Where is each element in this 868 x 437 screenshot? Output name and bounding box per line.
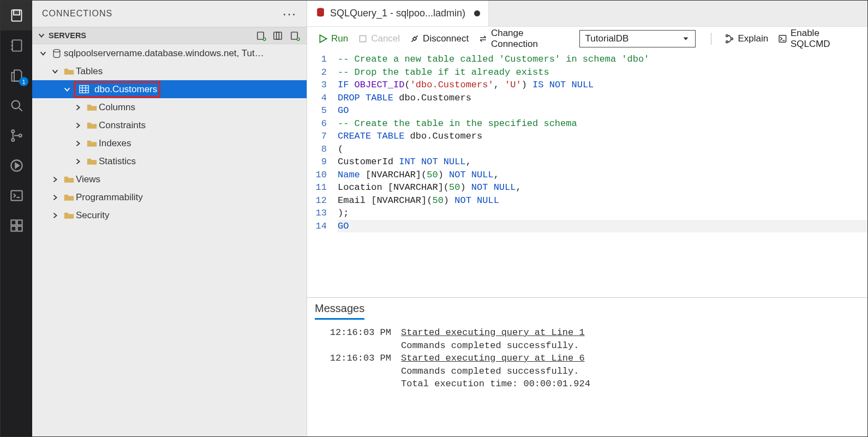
disconnect-label: Disconnect xyxy=(423,33,469,44)
table-customers-label: dbo.Customers xyxy=(94,84,157,95)
highlight-box: dbo.Customers xyxy=(74,81,160,98)
statistics-label: Statistics xyxy=(99,156,136,167)
svg-marker-32 xyxy=(320,35,326,43)
table-icon xyxy=(77,85,91,93)
change-connection-label: Change Connection xyxy=(491,28,567,50)
database-select[interactable]: TutorialDB xyxy=(579,30,696,47)
views-node[interactable]: Views xyxy=(32,170,307,188)
activity-notebook-icon[interactable] xyxy=(1,31,32,61)
change-connection-button[interactable]: Change Connection xyxy=(476,27,569,51)
table-customers-node[interactable]: dbo.Customers xyxy=(32,80,307,98)
folder-icon xyxy=(85,103,99,111)
activity-bar: 1 xyxy=(1,1,32,436)
columns-node[interactable]: Columns xyxy=(32,98,307,116)
activity-search-icon[interactable] xyxy=(1,91,32,121)
tab-title: SQLQuery_1 - sqlpoo...ladmin) xyxy=(330,8,465,19)
svg-rect-38 xyxy=(779,35,786,43)
new-group-icon[interactable] xyxy=(273,31,283,41)
activity-debug-icon[interactable] xyxy=(1,151,32,181)
tables-node[interactable]: Tables xyxy=(32,62,307,80)
programmability-label: Programmability xyxy=(76,192,143,203)
folder-icon xyxy=(85,157,99,165)
svg-point-8 xyxy=(11,130,14,133)
indexes-node[interactable]: Indexes xyxy=(32,134,307,152)
tables-label: Tables xyxy=(76,66,103,77)
svg-rect-2 xyxy=(12,40,21,51)
new-connection-icon[interactable] xyxy=(256,31,266,41)
folder-icon xyxy=(62,175,76,183)
panel-more-icon[interactable]: ··· xyxy=(283,6,297,21)
new-query-icon[interactable] xyxy=(290,31,300,41)
cancel-button[interactable]: Cancel xyxy=(356,32,402,45)
divider xyxy=(711,33,711,45)
svg-point-10 xyxy=(19,134,21,137)
folder-icon xyxy=(85,121,99,129)
svg-rect-1 xyxy=(13,10,19,15)
folder-icon xyxy=(62,67,76,75)
messages-body: 12:16:03 PMStarted executing query at Li… xyxy=(307,320,867,397)
svg-point-6 xyxy=(11,101,20,109)
code-editor[interactable]: 1234567891011121314 -- Create a new tabl… xyxy=(307,51,867,297)
query-tab[interactable]: SQLQuery_1 - sqlpoo...ladmin) xyxy=(307,1,489,26)
server-label: sqlpoolservername.database.windows.net, … xyxy=(64,48,266,59)
svg-rect-15 xyxy=(11,220,16,225)
svg-rect-19 xyxy=(258,32,264,39)
run-button[interactable]: Run xyxy=(316,32,350,45)
svg-marker-34 xyxy=(684,37,689,40)
modified-indicator-icon xyxy=(474,10,480,16)
folder-icon xyxy=(85,139,99,147)
activity-explorer-icon[interactable]: 1 xyxy=(1,61,32,91)
explain-label: Explain xyxy=(738,33,768,44)
sqlcmd-label: Enable SQLCMD xyxy=(791,28,857,50)
folder-icon xyxy=(62,211,76,219)
security-label: Security xyxy=(76,210,109,221)
svg-point-25 xyxy=(53,49,60,52)
svg-rect-18 xyxy=(17,220,22,225)
programmability-node[interactable]: Programmability xyxy=(32,188,307,206)
folder-icon xyxy=(62,193,76,201)
servers-label: SERVERS xyxy=(49,31,86,40)
activity-extensions-icon[interactable] xyxy=(1,211,32,241)
activity-terminal-icon[interactable] xyxy=(1,181,32,211)
disconnect-button[interactable]: Disconnect xyxy=(408,32,471,45)
svg-marker-12 xyxy=(15,163,19,168)
run-label: Run xyxy=(331,33,348,44)
svg-rect-33 xyxy=(360,35,366,41)
server-tree: sqlpoolservername.database.windows.net, … xyxy=(32,44,307,436)
svg-point-9 xyxy=(11,139,14,141)
activity-connections-icon[interactable] xyxy=(1,1,32,31)
svg-rect-17 xyxy=(17,226,22,231)
activity-badge: 1 xyxy=(19,77,28,86)
panel-title: CONNECTIONS xyxy=(42,9,112,19)
svg-rect-13 xyxy=(11,191,22,201)
messages-pane: Messages 12:16:03 PMStarted executing qu… xyxy=(307,297,867,436)
chevron-down-icon xyxy=(682,35,690,43)
views-label: Views xyxy=(76,174,100,185)
server-icon xyxy=(50,48,64,59)
database-icon xyxy=(315,7,326,20)
enable-sqlcmd-button[interactable]: Enable SQLCMD xyxy=(776,27,859,51)
indexes-label: Indexes xyxy=(99,138,131,149)
editor-area: SQLQuery_1 - sqlpoo...ladmin) Run Cancel… xyxy=(307,1,867,436)
query-action-bar: Run Cancel Disconnect Change Connection … xyxy=(307,27,867,51)
connections-panel: CONNECTIONS ··· SERVERS sqlpoolservernam… xyxy=(32,1,307,436)
code-content[interactable]: -- Create a new table called 'Customers'… xyxy=(333,53,867,297)
security-node[interactable]: Security xyxy=(32,206,307,224)
constraints-node[interactable]: Constraints xyxy=(32,116,307,134)
line-gutter: 1234567891011121314 xyxy=(307,53,333,297)
svg-line-7 xyxy=(19,108,22,111)
svg-rect-23 xyxy=(291,32,297,39)
messages-tab[interactable]: Messages xyxy=(315,302,364,320)
servers-section-header[interactable]: SERVERS xyxy=(32,27,307,44)
constraints-label: Constraints xyxy=(99,120,146,131)
statistics-node[interactable]: Statistics xyxy=(32,152,307,170)
svg-rect-16 xyxy=(11,226,16,231)
columns-label: Columns xyxy=(99,102,135,113)
tab-bar: SQLQuery_1 - sqlpoo...ladmin) xyxy=(307,1,867,27)
cancel-label: Cancel xyxy=(371,33,400,44)
database-select-value: TutorialDB xyxy=(585,33,629,44)
activity-source-control-icon[interactable] xyxy=(1,121,32,151)
explain-button[interactable]: Explain xyxy=(722,32,770,45)
svg-rect-26 xyxy=(80,86,89,93)
server-node[interactable]: sqlpoolservername.database.windows.net, … xyxy=(32,44,307,62)
